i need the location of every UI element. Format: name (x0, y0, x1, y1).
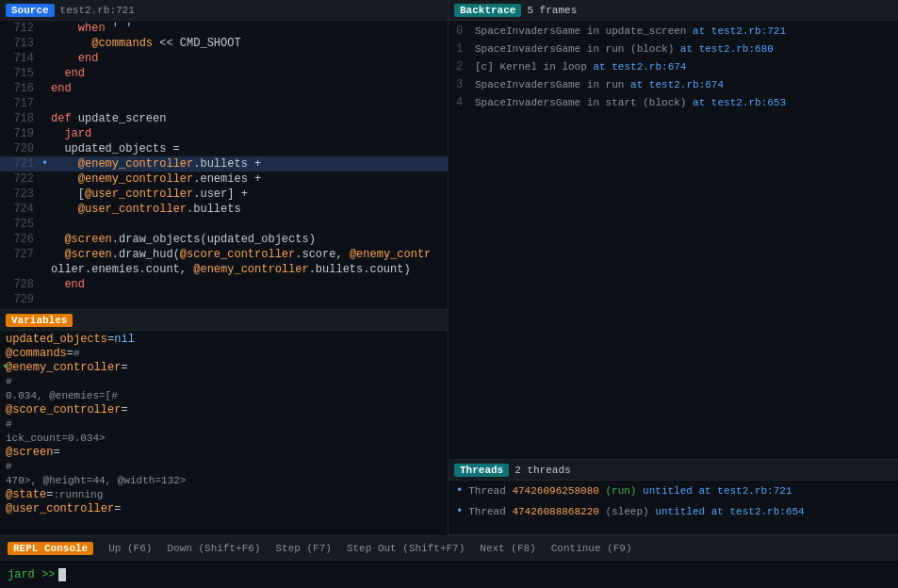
thread-bullet: • (456, 503, 463, 520)
repl-area[interactable]: jard >> (0, 560, 898, 588)
main-area: Source test2.rb:721 712 when ' '713 @com… (0, 0, 898, 535)
line-marker: • (41, 156, 51, 172)
step-out-btn[interactable]: Step Out (Shift+F7) (347, 543, 465, 554)
repl-console-label: REPL Console (8, 542, 93, 555)
code-line: 726 @screen.draw_objects(updated_objects… (0, 232, 448, 247)
backtrace-item[interactable]: 3SpaceInvadersGame in run at test2.rb:67… (449, 76, 898, 94)
thread-item: •Thread 47426096258080 (run) untitled at… (449, 481, 898, 501)
var-eq: = (121, 403, 127, 417)
backtrace-item[interactable]: 1SpaceInvadersGame in run (block) at tes… (449, 41, 898, 58)
frame-text: SpaceInvadersGame in start (block) at te… (475, 95, 786, 111)
code-line: 715 end (0, 66, 448, 81)
line-number: 720 (4, 141, 34, 156)
var-eq: = (107, 333, 114, 347)
var-eq: = (53, 446, 59, 460)
thread-text: Thread 47426088868220 (sleep) untitled a… (468, 503, 805, 520)
line-number: 728 (4, 277, 34, 292)
code-line: 723 [@user_controller.user] + (0, 187, 448, 202)
source-code: 712 when ' '713 @commands << CMD_SHOOT71… (0, 21, 448, 309)
up-btn[interactable]: Up (F6) (108, 543, 152, 554)
variable-item: ick_count=0.034> (0, 432, 448, 446)
source-panel: Source test2.rb:721 712 when ' '713 @com… (0, 0, 449, 535)
line-content: when ' ' (51, 21, 444, 36)
code-line: 716end (0, 81, 448, 96)
var-name: @state (6, 488, 46, 502)
line-number: 726 (4, 232, 34, 247)
line-number: 723 (4, 187, 34, 202)
frame-text: SpaceInvadersGame in update_screen at te… (475, 24, 786, 40)
line-content: end (51, 51, 444, 66)
variable-item: 0.034, @enemies=[# (0, 389, 448, 403)
code-line: 719 jard (0, 126, 448, 141)
backtrace-list: 0SpaceInvadersGame in update_screen at t… (449, 21, 898, 459)
next-btn[interactable]: Next (F8) (480, 543, 535, 554)
line-content: @enemy_controller.enemies + (51, 172, 444, 187)
code-line: 722 @enemy_controller.enemies + (0, 172, 448, 187)
line-number: 716 (4, 81, 34, 96)
frame-number: 3 (456, 77, 469, 93)
line-content: @user_controller.bullets (51, 202, 444, 217)
backtrace-label: Backtrace (454, 4, 521, 17)
var-value: # (73, 347, 80, 361)
threads-list: •Thread 47426096258080 (run) untitled at… (449, 481, 898, 522)
frame-number: 1 (456, 41, 469, 57)
step-btn[interactable]: Step (F7) (275, 543, 331, 554)
code-line: oller.enemies.count, @enemy_controller.b… (0, 262, 448, 277)
variable-item: @commands = # (0, 347, 448, 361)
variable-item: updated_objects = nil (0, 333, 448, 347)
frame-text: SpaceInvadersGame in run at test2.rb:674 (475, 77, 724, 93)
repl-cursor (58, 568, 66, 581)
backtrace-item[interactable]: 0SpaceInvadersGame in update_screen at t… (449, 23, 898, 41)
var-name: @score_controller (6, 403, 121, 417)
threads-count: 2 threads (514, 465, 570, 476)
var-value: ick_count=0.034> (6, 432, 106, 446)
frame-text: [c] Kernel in loop at test2.rb:674 (475, 59, 686, 75)
var-name: @user_controller (6, 502, 114, 516)
frame-number: 4 (456, 95, 469, 111)
variable-item: @screen = (0, 446, 448, 460)
code-line: 724 @user_controller.bullets (0, 202, 448, 217)
backtrace-count: 5 frames (527, 5, 577, 16)
backtrace-item[interactable]: 4SpaceInvadersGame in start (block) at t… (449, 94, 898, 112)
continue-btn[interactable]: Continue (F9) (551, 543, 632, 554)
code-line: 720 updated_objects = (0, 141, 448, 156)
var-name: @screen (6, 446, 53, 460)
var-value: nil (114, 333, 135, 347)
source-title: test2.rb:721 (60, 5, 135, 16)
backtrace-header: Backtrace 5 frames (449, 0, 898, 21)
var-value: # (6, 460, 12, 474)
line-number: 721 (4, 156, 34, 172)
variable-item: @enemy_controller = (0, 361, 448, 375)
thread-text: Thread 47426096258080 (run) untitled at … (468, 482, 792, 499)
var-name: @enemy_controller (6, 361, 121, 375)
line-number: 715 (4, 66, 34, 81)
frame-number: 0 (456, 24, 469, 40)
line-content: jard (51, 126, 444, 141)
line-number: 713 (4, 36, 34, 51)
threads-label: Threads (454, 464, 509, 477)
bottom-toolbar: REPL Console Up (F6) Down (Shift+F6) Ste… (0, 535, 898, 560)
code-line: 718def update_screen (0, 111, 448, 126)
code-line: 729 (0, 292, 448, 307)
var-value: :running (53, 488, 103, 502)
backtrace-panel: Backtrace 5 frames 0SpaceInvadersGame in… (449, 0, 898, 460)
var-eq: = (121, 361, 127, 375)
line-content: end (51, 277, 444, 292)
code-line: 712 when ' ' (0, 21, 448, 36)
var-value: 470>, @height=44, @width=132> (6, 474, 186, 488)
var-value: # (6, 417, 12, 432)
var-eq: = (114, 502, 121, 516)
code-line: 717 (0, 96, 448, 111)
frame-text: SpaceInvadersGame in run (block) at test… (475, 41, 774, 57)
source-label: Source (6, 4, 55, 17)
down-btn[interactable]: Down (Shift+F6) (167, 543, 260, 554)
var-name: @commands (6, 347, 67, 361)
variable-item: # (0, 375, 448, 389)
line-number: 729 (4, 292, 34, 307)
line-number: 722 (4, 172, 34, 187)
backtrace-item[interactable]: 2[c] Kernel in loop at test2.rb:674 (449, 58, 898, 76)
var-eq: = (67, 347, 73, 361)
variable-item: 470>, @height=44, @width=132> (0, 474, 448, 488)
threads-panel: Threads 2 threads •Thread 47426096258080… (449, 460, 898, 535)
line-content: @screen.draw_hud(@score_controller.score… (51, 247, 444, 262)
